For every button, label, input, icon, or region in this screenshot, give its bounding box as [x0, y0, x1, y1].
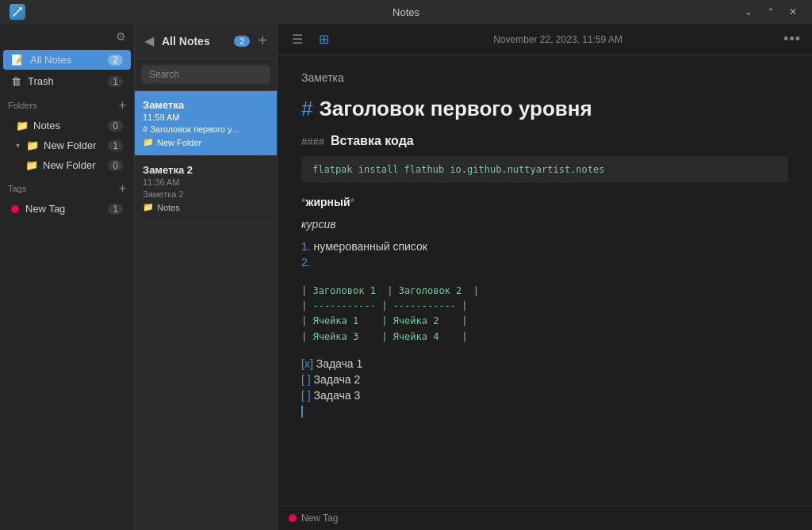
- kanban-view-btn[interactable]: ⊞: [316, 30, 332, 48]
- all-notes-count: 2: [108, 55, 123, 66]
- nav-back-btn[interactable]: ◀: [143, 32, 155, 50]
- task-1-check: [x]: [301, 357, 313, 370]
- new-folder-icon: 📁: [26, 139, 39, 151]
- all-notes-icon: 📝: [11, 54, 24, 66]
- sidebar-item-all-notes[interactable]: 📝 All Notes 2: [3, 50, 131, 70]
- notes-folder-count: 0: [108, 120, 123, 132]
- tag-count: 1: [108, 204, 123, 215]
- note-1-preview: # Заголовок первого у...: [143, 124, 269, 134]
- sidebar-item-notes-folder[interactable]: 📁 Notes 0: [3, 116, 131, 135]
- footer-tag-dot-icon: [289, 514, 297, 522]
- titlebar: Notes ⌄ ⌃ ✕: [0, 0, 812, 24]
- note-2-time: 11:36 AM: [143, 177, 269, 187]
- editor-content[interactable]: Заметка # Заголовок первого уровня #### …: [278, 55, 812, 505]
- main-layout: ⚙ 📝 All Notes 2 🗑 Trash 1 Folders + 📁 No…: [0, 24, 812, 530]
- task-item-1: [x] Задача 1: [301, 357, 788, 370]
- editor-toolbar: ☰ ⊞ November 22, 2023, 11:59 AM •••: [278, 24, 812, 55]
- table-block: | Заголовок 1 | Заголовок 2 | | --------…: [301, 284, 788, 345]
- note-1-title: Заметка: [143, 99, 269, 111]
- note-2-preview: Заметка 2: [143, 189, 269, 199]
- notes-list: ◀ All Notes 2 + Заметка 11:59 AM # Загол…: [135, 24, 278, 530]
- table-row-1: | ----------- | ----------- |: [301, 299, 788, 314]
- titlebar-title: Notes: [393, 6, 419, 18]
- notes-list-header: ◀ All Notes 2 +: [135, 24, 277, 59]
- list-view-btn[interactable]: ☰: [289, 30, 306, 48]
- heading-1: # Заголовок первого уровня: [301, 97, 788, 121]
- list-item-1: 1. нумерованный список: [301, 240, 788, 253]
- tags-label: Tags: [8, 184, 26, 193]
- settings-gear-icon[interactable]: ⚙: [116, 30, 126, 43]
- text-cursor: [301, 405, 788, 418]
- h4-hash-icon: ####: [301, 135, 324, 147]
- titlebar-left: [10, 4, 25, 20]
- task-2-check: [ ]: [301, 373, 311, 386]
- italic-paragraph: курсив: [301, 218, 788, 231]
- titlebar-controls: ⌄ ⌃ ✕: [739, 4, 802, 20]
- bold-text: жирный: [305, 196, 350, 208]
- note-1-time: 11:59 AM: [143, 112, 269, 122]
- new-folder-count: 1: [108, 140, 123, 151]
- sidebar-item-new-folder-sub[interactable]: 📁 New Folder 0: [3, 156, 131, 174]
- new-folder-label: New Folder: [44, 139, 103, 151]
- code-block: flatpak install flathub io.github.nuttya…: [301, 156, 788, 183]
- titlebar-chevron-down-btn[interactable]: ⌄: [739, 4, 758, 20]
- folders-label: Folders: [8, 101, 37, 110]
- sidebar-item-trash[interactable]: 🗑 Trash 1: [3, 71, 131, 91]
- add-note-btn[interactable]: +: [256, 30, 269, 51]
- list-text-1: нумерованный список: [314, 240, 427, 253]
- sidebar-item-new-folder[interactable]: ▾ 📁 New Folder 1: [3, 136, 131, 154]
- add-tag-btn[interactable]: +: [119, 181, 126, 196]
- add-folder-btn[interactable]: +: [119, 98, 126, 112]
- folders-section-header: Folders +: [0, 92, 134, 116]
- task-item-3: [ ] Задача 3: [301, 389, 788, 402]
- table-row-2: | Ячейка 1 | Ячейка 2 |: [301, 314, 788, 329]
- task-3-check: [ ]: [301, 389, 311, 402]
- task-2-label: Задача 2: [314, 373, 361, 386]
- sidebar-header: ⚙: [0, 24, 134, 49]
- tag-label: New Tag: [25, 203, 102, 215]
- notes-folder-label: Notes: [33, 120, 103, 132]
- task-3-label: Задача 3: [314, 389, 361, 402]
- sidebar-trash-label: Trash: [28, 75, 102, 87]
- sidebar: ⚙ 📝 All Notes 2 🗑 Trash 1 Folders + 📁 No…: [0, 24, 135, 530]
- table-row-3: | Ячейка 3 | Ячейка 4 |: [301, 330, 788, 345]
- folder-icon: 📁: [16, 120, 29, 132]
- note-label: Заметка: [301, 71, 788, 84]
- tag-red-dot-icon: [11, 205, 19, 213]
- note-2-title: Заметка 2: [143, 164, 269, 176]
- new-folder-sub-count: 0: [108, 160, 123, 171]
- list-num-2: 2.: [301, 256, 311, 269]
- subfolder-icon: 📁: [25, 159, 38, 171]
- list-item-2: 2.: [301, 256, 788, 269]
- sidebar-all-notes-label: All Notes: [30, 54, 102, 66]
- new-folder-sub-label: New Folder: [43, 159, 103, 171]
- note-item-1[interactable]: Заметка 11:59 AM # Заголовок первого у..…: [135, 91, 277, 156]
- titlebar-chevron-up-btn[interactable]: ⌃: [761, 4, 780, 20]
- titlebar-close-btn[interactable]: ✕: [783, 4, 802, 20]
- notes-list-title: All Notes: [162, 35, 228, 48]
- trash-icon: 🗑: [11, 75, 21, 87]
- trash-count: 1: [108, 76, 123, 87]
- note-2-folder-label: Notes: [157, 203, 180, 212]
- editor: ☰ ⊞ November 22, 2023, 11:59 AM ••• Заме…: [278, 24, 812, 530]
- list-num-1: 1.: [301, 240, 311, 253]
- editor-footer: New Tag: [278, 505, 812, 530]
- notes-count-badge: 2: [234, 36, 250, 47]
- heading-4: #### Вставка кода: [301, 134, 788, 148]
- editor-date: November 22, 2023, 11:59 AM: [342, 34, 774, 45]
- note-2-tag-row: 📁 Notes: [143, 202, 269, 212]
- note-1-tag-row: 📁 New Folder: [143, 137, 269, 147]
- table-row-0: | Заголовок 1 | Заголовок 2 |: [301, 284, 788, 299]
- more-options-btn[interactable]: •••: [783, 31, 801, 48]
- app-icon: [10, 4, 25, 20]
- chevron-down-icon: ▾: [16, 141, 20, 150]
- note-1-folder-icon: 📁: [143, 137, 154, 147]
- note-1-folder-label: New Folder: [157, 138, 201, 147]
- search-bar: [135, 59, 277, 91]
- sidebar-item-tag-new[interactable]: New Tag 1: [3, 200, 131, 218]
- search-input[interactable]: [141, 65, 270, 84]
- bold-right-asterisk: *: [350, 196, 354, 208]
- h1-hash-icon: #: [301, 97, 312, 121]
- task-1-label: Задача 1: [316, 357, 363, 370]
- note-item-2[interactable]: Заметка 2 11:36 AM Заметка 2 📁 Notes: [135, 156, 277, 221]
